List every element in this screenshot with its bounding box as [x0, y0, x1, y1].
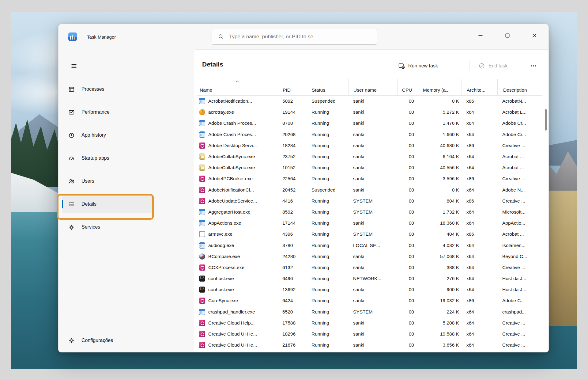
- cell-status: Running: [307, 329, 348, 340]
- cell-desc: Acrobat ...: [497, 162, 542, 173]
- search-input[interactable]: [228, 33, 377, 40]
- cell-cpu: 00: [397, 273, 418, 284]
- process-name: Adobe Crash Proces...: [208, 120, 256, 126]
- cell-arch: x86: [462, 295, 497, 306]
- table-row[interactable]: Creative Cloud UI He...18296Runningsanki…: [197, 329, 542, 340]
- end-task-button[interactable]: End task: [477, 58, 509, 74]
- sidebar-item-settings[interactable]: Configurações: [62, 331, 153, 350]
- navigation-menu-button[interactable]: [66, 59, 81, 73]
- table-row[interactable]: conhost.exe6496RunningNETWORK...00276 Kx…: [197, 273, 542, 284]
- cell-user: sanki: [348, 284, 397, 295]
- column-header-status[interactable]: Status: [307, 79, 348, 95]
- table-row[interactable]: Adobe Desktop Servi...18284Runningsanki0…: [197, 140, 542, 151]
- table-row[interactable]: acrotray.exe19144Runningsanki005.272 Kx6…: [197, 107, 542, 118]
- cell-arch: x64: [462, 240, 497, 251]
- sidebar-item-services[interactable]: Services: [62, 218, 153, 236]
- cell-arch: x64: [462, 162, 497, 173]
- cell-status: Running: [307, 107, 348, 118]
- cell-user: [348, 351, 397, 352]
- maximize-button[interactable]: [494, 27, 521, 44]
- run-new-task-icon: [398, 63, 405, 69]
- cell-status: Running: [307, 129, 348, 140]
- cell-name: AdobeCollabSync.exe: [197, 162, 278, 173]
- sidebar-item-performance[interactable]: Performance: [62, 103, 153, 121]
- cell-status: Running: [307, 295, 348, 306]
- column-header-label: Memory (a...: [423, 87, 450, 93]
- sidebar-item-details[interactable]: Details: [62, 195, 153, 213]
- table-row[interactable]: AdobeCollabSync.exe10152Runningsanki0040…: [197, 162, 542, 173]
- more-options-button[interactable]: [527, 58, 540, 74]
- cell-desc: Adobe Cr...: [497, 129, 542, 140]
- cell-mem: 404 K: [418, 229, 462, 240]
- table-row[interactable]: [197, 351, 542, 352]
- column-header-mem[interactable]: Memory (a...: [418, 79, 462, 95]
- table-row[interactable]: CoreSync.exe6424Runningsanki0019.032 Kx8…: [197, 295, 542, 306]
- process-name: AdobeUpdateService...: [208, 198, 257, 204]
- minimize-button[interactable]: [467, 27, 494, 44]
- table-row[interactable]: Adobe Crash Proces...8708Runningsanki001…: [197, 118, 542, 129]
- table-row[interactable]: Adobe Crash Proces...20268Runningsanki00…: [197, 129, 542, 140]
- table-row[interactable]: AdobeCollabSync.exe23752Runningsanki006.…: [197, 151, 542, 162]
- table-row[interactable]: Creative Cloud Help...17588Runningsanki0…: [197, 317, 542, 329]
- process-name: AcrobatNotification...: [208, 98, 252, 104]
- column-header-desc[interactable]: Description: [497, 79, 542, 95]
- cell-user: sanki: [348, 96, 397, 107]
- cell-mem: 40.680 K: [418, 140, 462, 151]
- column-header-pid[interactable]: PID: [278, 79, 307, 95]
- default-app-icon: [199, 309, 205, 315]
- table-row[interactable]: crashpad_handler.exe6520RunningSYSTEM002…: [197, 306, 542, 317]
- table-row[interactable]: conhost.exe13692Runningsanki00900 Kx64Ho…: [197, 284, 542, 295]
- table-row[interactable]: AcrobatNotification...5092Suspendedsanki…: [197, 96, 542, 107]
- table-row[interactable]: BCompare.exe24280Runningsanki0057.068 Kx…: [197, 251, 542, 262]
- process-name: AdobeNotificationCl...: [208, 187, 254, 193]
- table-row[interactable]: AppActions.exe17144Runningsanki0018.360 …: [197, 218, 542, 229]
- cell-mem: 18.360 K: [418, 218, 462, 229]
- process-name: crashpad_handler.exe: [208, 309, 255, 315]
- cell-status: Suspended: [307, 184, 348, 196]
- cell-status: Running: [307, 207, 348, 218]
- sidebar-item-processes[interactable]: Processes: [62, 80, 153, 98]
- search-box[interactable]: [212, 29, 377, 45]
- process-name: Adobe Crash Proces...: [208, 132, 256, 137]
- cell-desc: Creative ...: [497, 196, 542, 207]
- cell-cpu: 00: [397, 118, 418, 129]
- sidebar-item-app-history[interactable]: App history: [62, 126, 153, 144]
- table-row[interactable]: Creative Cloud UI He...21676Runningsanki…: [197, 340, 542, 351]
- processes-icon: [68, 86, 75, 93]
- sidebar-item-users[interactable]: Users: [62, 172, 153, 190]
- sidebar-item-startup-apps[interactable]: Startup apps: [62, 149, 153, 167]
- sidebar-item-label: Processes: [81, 86, 104, 92]
- cell-name: conhost.exe: [197, 284, 278, 295]
- run-new-task-button[interactable]: Run new task: [396, 58, 440, 74]
- details-panel: Details Run new task End task NamePIDSta…: [194, 49, 548, 352]
- table-row[interactable]: armsvc.exe4396RunningSYSTEM00404 Kx86Acr…: [197, 229, 542, 240]
- page-title: Details: [202, 61, 223, 68]
- creative-cloud-icon: [199, 187, 205, 193]
- process-name: BCompare.exe: [208, 254, 240, 259]
- cell-status: Running: [307, 240, 348, 251]
- table-row[interactable]: audiodg.exe3780RunningLOCAL SE...004.032…: [197, 240, 542, 251]
- cell-cpu: 00: [397, 151, 418, 162]
- cell-name: AdobeCollabSync.exe: [197, 151, 278, 162]
- column-header-name[interactable]: Name: [197, 79, 278, 95]
- table-row[interactable]: AggregatorHost.exe8592RunningSYSTEM001.7…: [197, 207, 542, 218]
- column-header-arch[interactable]: Archite...: [462, 79, 497, 95]
- cell-cpu: 00: [397, 295, 418, 306]
- table-row[interactable]: AdobeIPCBroker.exe22564Runningsanki003.5…: [197, 173, 542, 184]
- cell-status: Running: [307, 218, 348, 229]
- table-row[interactable]: CCXProcess.exe6132Runningsanki00388 Kx64…: [197, 262, 542, 273]
- column-header-user[interactable]: User name: [348, 79, 397, 95]
- table-row[interactable]: AdobeNotificationCl...20452Suspendedsank…: [197, 184, 542, 196]
- table-row[interactable]: AdobeUpdateService...4416RunningSYSTEM00…: [197, 196, 542, 207]
- cell-user: sanki: [348, 317, 397, 329]
- scrollbar-thumb[interactable]: [545, 109, 547, 131]
- cell-pid: 8592: [278, 207, 307, 218]
- task-manager-logo-icon: [68, 32, 77, 41]
- cell-pid: 6496: [278, 273, 307, 284]
- cell-pid: 18284: [278, 140, 307, 151]
- sidebar-nav: ProcessesPerformanceApp historyStartup a…: [58, 80, 194, 241]
- cell-user: sanki: [348, 129, 397, 140]
- column-header-cpu[interactable]: CPU: [397, 79, 418, 95]
- cell-arch: x86: [462, 173, 497, 184]
- close-button[interactable]: [521, 27, 548, 44]
